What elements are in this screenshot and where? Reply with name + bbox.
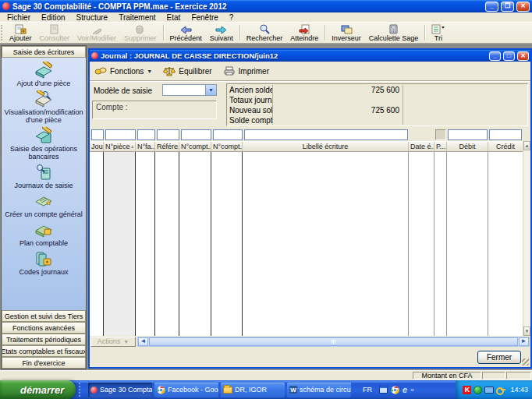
start-button[interactable]: démarrer (0, 380, 76, 399)
filter-input-credit[interactable] (489, 129, 522, 140)
restore-button[interactable]: ❐ (501, 2, 514, 12)
grid-column-npiece (104, 152, 136, 336)
key-icon[interactable] (496, 387, 505, 393)
menu-traitement[interactable]: Traitement (113, 13, 161, 22)
language-indicator[interactable]: FR (359, 386, 376, 394)
filter-input-ncompte1[interactable] (181, 129, 211, 140)
equilibrer-button[interactable]: Equilibrer (163, 66, 211, 76)
task-facebook[interactable]: Facebook - Google... (154, 383, 218, 397)
sidebar-item-ajout-piece[interactable]: Ajout d'une pièce (16, 61, 72, 90)
filter-input-libelle[interactable] (244, 129, 408, 140)
column-header-ncompte2[interactable]: N°compt.. (211, 142, 243, 151)
sidebar-item-journaux-saisie[interactable]: Journaux de saisie (13, 163, 73, 192)
sidebar-section-etats[interactable]: Etats comptables et fiscaux (2, 345, 86, 357)
imprimer-button[interactable]: Imprimer (223, 66, 269, 76)
column-header-date[interactable]: Date é... (409, 142, 434, 151)
filter-input-nfacture[interactable] (137, 129, 155, 140)
rechercher-button[interactable]: Rechercher (243, 23, 287, 43)
grid-body[interactable] (90, 152, 523, 336)
journal-minimize-button[interactable]: _ (489, 51, 501, 61)
toolbar-grip[interactable] (1, 25, 5, 41)
fonctions-button[interactable]: Fonctions ▼ (94, 66, 152, 76)
menu-etat[interactable]: Etat (161, 13, 186, 22)
display-icon[interactable] (484, 387, 494, 394)
modele-saisie-combobox[interactable]: ▼ (162, 84, 217, 96)
filter-input-jour[interactable] (91, 129, 104, 140)
menu-fenetre[interactable]: Fenêtre (186, 13, 223, 22)
goto-icon (299, 24, 310, 34)
inverseur-button[interactable]: Inverseur (328, 23, 365, 43)
task-folder[interactable]: DR, IGOR (221, 383, 285, 397)
filter-input-ncompte2[interactable] (213, 129, 243, 140)
sidebar-item-plan-comptable[interactable]: Plan comptable (19, 221, 69, 249)
main-window-title: Sage 30 Comptabilité - COMPTA PPM.mae - … (12, 2, 483, 11)
tri-button[interactable]: Tri (427, 23, 449, 43)
internet-explorer-icon[interactable]: e (403, 385, 407, 394)
column-header-npiece[interactable]: N°pièce▲ (104, 142, 136, 151)
scroll-down-icon[interactable]: ▼ (523, 327, 530, 336)
sidebar-item-visualisation-piece[interactable]: Visualisation/modification d'une pièce (2, 90, 86, 126)
sidebar-header-saisie[interactable]: Saisie des écritures (2, 46, 86, 58)
grid-column-credit (488, 152, 523, 336)
precedent-button[interactable]: Précédent (166, 23, 206, 43)
column-header-debit[interactable]: Débit (447, 142, 488, 151)
combobox-dropdown-icon[interactable]: ▼ (205, 85, 216, 95)
column-header-p[interactable]: P... (434, 142, 447, 151)
resize-grip[interactable] (522, 358, 529, 365)
sidebar-section-fin-exercice[interactable]: Fin d'exercice (2, 357, 86, 369)
scroll-up-icon[interactable]: ▲ (523, 141, 530, 150)
filter-input-debit[interactable] (448, 129, 488, 140)
column-header-reference[interactable]: Référe... (155, 142, 179, 151)
menu-fichier[interactable]: Fichier (2, 13, 36, 22)
chevron-overflow-icon[interactable]: » (410, 387, 413, 394)
sidebar-item-creer-compte[interactable]: Créer un compte général (4, 192, 83, 221)
horizontal-scrollbar[interactable]: ◄ ► (137, 337, 530, 347)
column-header-credit[interactable]: Crédit (488, 142, 523, 151)
task-sage[interactable]: Sage 30 Comptabil... (88, 383, 152, 397)
calculette-button[interactable]: Calculette Sage (365, 23, 423, 43)
combobox-value (163, 85, 205, 95)
horizontal-scroll-thumb[interactable] (149, 337, 518, 346)
ajouter-button[interactable]: Ajouter (5, 23, 36, 43)
status-empty-pane (0, 372, 412, 380)
sidebar-section-traitements[interactable]: Traitements périodiques (2, 334, 86, 345)
scroll-right-icon[interactable]: ► (519, 337, 529, 346)
quicklaunch-chrome-icon[interactable] (391, 386, 399, 394)
journal-close-button[interactable]: ✕ (517, 51, 529, 61)
antivirus-k-icon[interactable]: K (463, 386, 471, 394)
printer-icon (223, 66, 236, 76)
filter-input-reference[interactable] (157, 129, 179, 140)
chrome-icon (157, 386, 165, 394)
menu-aide[interactable]: ? (224, 13, 239, 22)
status-pane-3 (506, 372, 531, 380)
fonctions-label: Fonctions (110, 67, 144, 76)
menu-structure[interactable]: Structure (71, 13, 114, 22)
close-button[interactable]: ✕ (516, 2, 530, 12)
task-word[interactable]: W schéma de circulati... (287, 383, 351, 397)
sidebar-item-label: Créer un compte général (5, 210, 83, 218)
suivant-button[interactable]: Suivant (206, 23, 237, 43)
vertical-scrollbar[interactable]: ▲ ▼ (523, 141, 530, 336)
atteindre-button[interactable]: Atteindre (286, 23, 322, 43)
scroll-left-icon[interactable]: ◄ (138, 337, 148, 346)
column-header-libelle[interactable]: Libellé écriture (243, 142, 409, 151)
sidebar-item-operations-bancaires[interactable]: Saisie des opérations bancaires (2, 126, 86, 163)
menu-edition[interactable]: Edition (36, 13, 71, 22)
quicklaunch-window-icon[interactable] (379, 386, 388, 394)
sidebar-section-fonctions-avancees[interactable]: Fonctions avancées (2, 322, 86, 334)
minimize-button[interactable]: _ (485, 2, 498, 12)
sidebar-item-codes-journaux[interactable]: Codes journaux (18, 249, 69, 278)
toolbar-separator (325, 25, 325, 41)
journal-maximize-button[interactable]: □ (503, 51, 515, 61)
filter-input-npiece[interactable] (105, 129, 136, 140)
task-label: DR, IGOR (235, 386, 267, 394)
fermer-button[interactable]: Fermer (477, 351, 521, 364)
column-header-ncompte1[interactable]: N°compt.. (179, 142, 211, 151)
clock[interactable]: 14:43 (510, 386, 528, 394)
vertical-scroll-track[interactable] (523, 150, 530, 327)
sidebar-section-tiers[interactable]: Gestion et suivi des Tiers (2, 310, 86, 322)
form-left: Modèle de saisie ▼ Compte : (92, 83, 218, 126)
green-status-icon[interactable] (473, 386, 482, 394)
column-header-nfacture[interactable]: N°fa.. (136, 142, 155, 151)
column-header-jour[interactable]: Jour (90, 142, 104, 151)
